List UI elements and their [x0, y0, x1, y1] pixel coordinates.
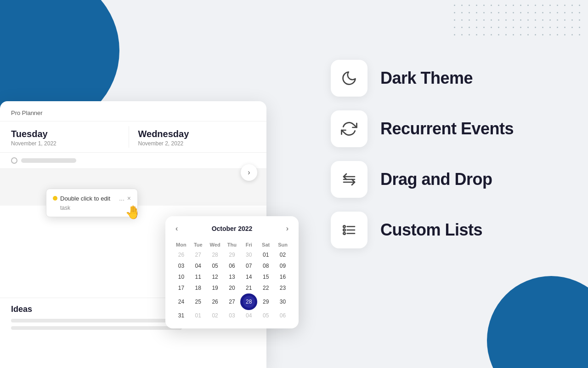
- cal-day[interactable]: 31: [173, 310, 190, 321]
- feature-item-drag-and-drop: Drag and Drop: [331, 161, 570, 198]
- calendar-week-5: 31 01 02 03 04 05 06: [173, 310, 291, 321]
- cal-day[interactable]: 25: [190, 293, 207, 310]
- calendar-week-3: 17 18 19 20 21 22 23: [173, 282, 291, 293]
- calendar-weekdays-row: Mon Tue Wed Thu Fri Sat Sun: [173, 240, 291, 249]
- feature-icon-box-drag-and-drop: [331, 161, 368, 198]
- planner-days-row: Tuesday November 1, 2022 Wednesday Novem…: [0, 121, 266, 153]
- day-date-tuesday: November 1, 2022: [11, 140, 129, 147]
- cal-day[interactable]: 28: [207, 249, 224, 260]
- cal-day[interactable]: 16: [274, 271, 291, 282]
- feature-label-custom-lists: Custom Lists: [380, 220, 482, 240]
- next-arrow-button[interactable]: ›: [241, 164, 257, 181]
- cal-day[interactable]: 01: [257, 249, 274, 260]
- cal-day[interactable]: 27: [224, 293, 241, 310]
- cal-day[interactable]: 09: [274, 260, 291, 271]
- feature-icon-box-dark-theme: [331, 60, 368, 97]
- tooltip-yellow-dot: [53, 196, 57, 201]
- cal-day[interactable]: 19: [207, 282, 224, 293]
- cal-day[interactable]: 26: [173, 249, 190, 260]
- tooltip-header: Double click to edit ... ×: [53, 195, 131, 202]
- weekday-tue: Tue: [190, 240, 207, 249]
- ideas-bar-2: [11, 326, 182, 330]
- list-icon: [341, 222, 357, 238]
- cal-day[interactable]: 01: [190, 310, 207, 321]
- cal-day[interactable]: 07: [240, 260, 257, 271]
- cal-day[interactable]: 18: [190, 282, 207, 293]
- features-panel: Dark Theme Recurrent Events Drag and Dro…: [331, 60, 570, 262]
- cal-day[interactable]: 05: [207, 260, 224, 271]
- cal-day[interactable]: 13: [224, 271, 241, 282]
- cal-day[interactable]: 21: [240, 282, 257, 293]
- drag-icon: [341, 171, 357, 188]
- cal-day[interactable]: 27: [190, 249, 207, 260]
- tooltip-more-button[interactable]: ...: [119, 195, 124, 202]
- tooltip-subtitle: task: [60, 205, 131, 211]
- tooltip-close-button[interactable]: ×: [127, 195, 131, 202]
- tooltip-title: Double click to edit: [53, 195, 110, 202]
- task-bar-1: [21, 158, 76, 163]
- tooltip-actions: ... ×: [119, 195, 131, 202]
- cal-day-today[interactable]: 28: [240, 293, 257, 310]
- weekday-fri: Fri: [240, 240, 257, 249]
- hand-cursor-icon: 🤚: [125, 205, 141, 220]
- calendar-week-1: 03 04 05 06 07 08 09: [173, 260, 291, 271]
- cal-day[interactable]: 20: [224, 282, 241, 293]
- day-name-wednesday: Wednesday: [138, 129, 256, 139]
- calendar-week-2: 10 11 12 13 14 15 16: [173, 271, 291, 282]
- calendar-header: ‹ October 2022 ›: [173, 224, 291, 234]
- cal-day[interactable]: 30: [240, 249, 257, 260]
- cal-day[interactable]: 12: [207, 271, 224, 282]
- cal-day[interactable]: 03: [224, 310, 241, 321]
- open-task-row: [0, 153, 266, 169]
- cal-day[interactable]: 17: [173, 282, 190, 293]
- calendar-week-4: 24 25 26 27 28 29 30: [173, 293, 291, 310]
- task-radio[interactable]: [11, 157, 17, 164]
- cal-day[interactable]: 11: [190, 271, 207, 282]
- cal-day[interactable]: 05: [257, 310, 274, 321]
- cal-day[interactable]: 04: [240, 310, 257, 321]
- cal-day[interactable]: 30: [274, 293, 291, 310]
- cal-day[interactable]: 14: [240, 271, 257, 282]
- tooltip-popup: Double click to edit ... × task: [46, 189, 138, 217]
- cal-day[interactable]: 24: [173, 293, 190, 310]
- cal-day[interactable]: 06: [274, 310, 291, 321]
- tooltip-title-text: Double click to edit: [60, 195, 110, 202]
- feature-item-custom-lists: Custom Lists: [331, 212, 570, 248]
- cal-day[interactable]: 02: [274, 249, 291, 260]
- weekday-thu: Thu: [224, 240, 241, 249]
- cal-day[interactable]: 10: [173, 271, 190, 282]
- cal-day[interactable]: 29: [257, 293, 274, 310]
- planner-title: Pro Planner: [11, 109, 43, 116]
- refresh-icon: [341, 121, 357, 137]
- svg-point-3: [343, 225, 345, 228]
- feature-icon-box-recurrent-events: [331, 110, 368, 147]
- cal-day[interactable]: 23: [274, 282, 291, 293]
- feature-item-dark-theme: Dark Theme: [331, 60, 570, 97]
- cal-day[interactable]: 08: [257, 260, 274, 271]
- feature-icon-box-custom-lists: [331, 212, 368, 248]
- weekday-sun: Sun: [274, 240, 291, 249]
- calendar-prev-button[interactable]: ‹: [173, 224, 181, 234]
- feature-label-dark-theme: Dark Theme: [380, 69, 473, 88]
- cal-day[interactable]: 26: [207, 293, 224, 310]
- svg-point-5: [343, 229, 345, 231]
- day-name-tuesday: Tuesday: [11, 129, 129, 139]
- cal-day[interactable]: 03: [173, 260, 190, 271]
- cal-day[interactable]: 22: [257, 282, 274, 293]
- moon-icon: [341, 70, 357, 86]
- calendar-next-button[interactable]: ›: [283, 224, 291, 234]
- cal-day[interactable]: 29: [224, 249, 241, 260]
- calendar-title: October 2022: [212, 225, 253, 232]
- feature-item-recurrent-events: Recurrent Events: [331, 110, 570, 147]
- cal-day[interactable]: 06: [224, 260, 241, 271]
- cal-day[interactable]: 04: [190, 260, 207, 271]
- calendar-widget: ‹ October 2022 › Mon Tue Wed Thu Fri Sat…: [165, 216, 299, 328]
- cal-day[interactable]: 15: [257, 271, 274, 282]
- day-col-wednesday: Wednesday November 2, 2022: [129, 121, 256, 152]
- cal-day[interactable]: 02: [207, 310, 224, 321]
- weekday-sat: Sat: [257, 240, 274, 249]
- weekday-mon: Mon: [173, 240, 190, 249]
- dot-grid-decoration: const dg = document.querySelector('.dot-…: [454, 5, 583, 39]
- day-date-wednesday: November 2, 2022: [138, 140, 256, 147]
- feature-label-drag-and-drop: Drag and Drop: [380, 170, 492, 189]
